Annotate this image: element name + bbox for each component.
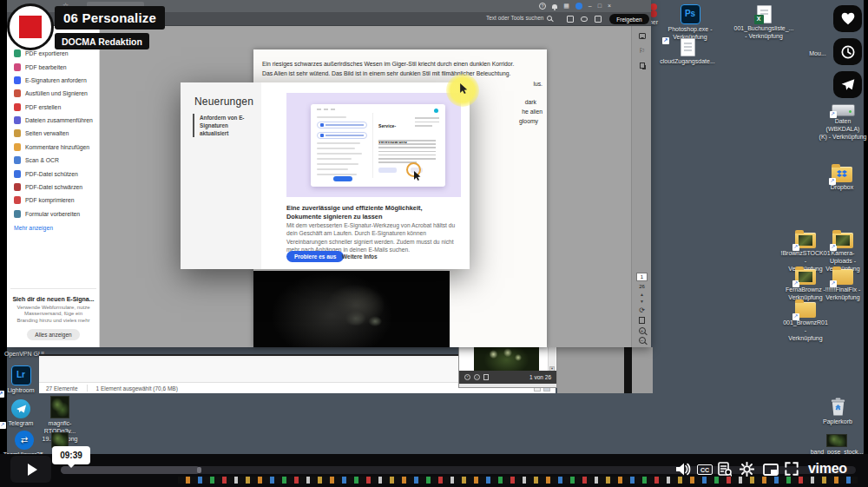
- sidebar-item-create-pdf[interactable]: PDF erstellen: [7, 101, 100, 114]
- desktop-icon-mouse-partial[interactable]: Mou...: [804, 50, 832, 58]
- folder-icon: ↗: [832, 269, 853, 285]
- background-window-edge: [624, 347, 632, 393]
- cloud-upload-icon[interactable]: [581, 16, 588, 22]
- share-button[interactable]: Freigeben: [609, 14, 649, 24]
- zoom-out-icon[interactable]: −: [639, 337, 646, 344]
- heart-icon: [841, 12, 855, 25]
- print-icon[interactable]: [595, 16, 602, 23]
- video-title-plate: 06 Personalize: [55, 6, 165, 30]
- page-thumbnails-icon[interactable]: [640, 63, 645, 69]
- user-avatar[interactable]: [575, 3, 582, 10]
- volume-button[interactable]: [676, 463, 691, 476]
- show-all-button[interactable]: Alles anzeigen: [27, 329, 79, 340]
- desktop-icon-lightroom[interactable]: Lr↗ Lightroom: [0, 365, 42, 395]
- dialog-title: Neuerungen: [194, 95, 253, 108]
- hand-cursor-icon: [460, 83, 468, 94]
- desktop-icon-drive[interactable]: ↗ Daten (WBKDALA) (K) - Verknüpfung: [818, 104, 868, 141]
- folder-icon: ↗: [795, 269, 816, 285]
- share-video-button[interactable]: [833, 71, 862, 98]
- notifications-bell-icon[interactable]: [552, 4, 557, 9]
- explorer-selection-info: 1 Element ausgewählt (70,6 MB): [96, 385, 178, 392]
- playhead[interactable]: [197, 467, 201, 473]
- comments-panel-icon[interactable]: [639, 33, 646, 39]
- rotate-left-icon[interactable]: ↑: [464, 374, 470, 380]
- video-channel-plate: DOCMA Redaktion: [55, 33, 149, 49]
- document-icon: [681, 38, 695, 56]
- shortcut-arrow-icon: ↗: [830, 111, 837, 118]
- next-page-icon[interactable]: ▼: [640, 299, 644, 304]
- dialog-heading: Eine zuverlässige und effiziente Möglich…: [286, 204, 453, 222]
- mock-checkbox-row: [317, 132, 367, 139]
- show-more-link[interactable]: Mehr anzeigen: [14, 225, 53, 231]
- red-app-icon: [650, 10, 657, 17]
- sidebar-item-organize-pages[interactable]: Seiten verwalten: [7, 127, 100, 140]
- minimize-button[interactable]: –: [589, 3, 592, 10]
- fill-sign-icon: [14, 89, 21, 97]
- progress-bar[interactable]: [61, 466, 856, 474]
- desktop-icon-folder-kamera[interactable]: ↗ Kamera-Uploads - Verknüpfung: [821, 233, 865, 273]
- compress-icon: [14, 196, 21, 204]
- rotate-right-icon[interactable]: ↓: [474, 374, 480, 380]
- fullscreen-button[interactable]: [785, 462, 799, 476]
- organize-pages-icon: [14, 129, 21, 137]
- settings-button[interactable]: [740, 462, 754, 477]
- sidebar-item-protect-pdf[interactable]: PDF-Datei schützen: [7, 167, 100, 180]
- sidebar-item-edit-pdf[interactable]: PDF bearbeiten: [7, 60, 100, 73]
- gear-icon: [740, 462, 754, 477]
- current-page-input[interactable]: 1: [636, 273, 648, 281]
- sidebar-item-fill-sign[interactable]: Ausfüllen und Signieren: [7, 87, 100, 100]
- previous-page-icon[interactable]: ▲: [640, 293, 644, 297]
- sidebar-item-add-comments[interactable]: Kommentare hinzufügen: [7, 141, 100, 154]
- desktop-icon-folder-brownzr01[interactable]: ↗ 001_BrownzR01 - Verknüpfung: [784, 302, 827, 342]
- page-icon[interactable]: [483, 374, 489, 380]
- vimeo-logo[interactable]: vimeo: [808, 461, 847, 477]
- desktop-icon-band-pose-image[interactable]: band_pose_stock...: [812, 434, 861, 457]
- transcript-button[interactable]: [718, 462, 732, 477]
- dialog-nav-item-esign[interactable]: Anfordern von E- Signaturen aktualisiert: [193, 114, 253, 137]
- desktop-icon-excel-file[interactable]: X 001_Buchungsliste_... - Verknüpfung: [739, 5, 789, 41]
- sidebar-item-redact-pdf[interactable]: PDF-Datei schwärzen: [7, 181, 100, 194]
- export-pdf-icon: [14, 49, 21, 57]
- more-info-link[interactable]: Weitere Infos: [342, 253, 378, 260]
- sidebar-item-compress-pdf[interactable]: PDF komprimieren: [7, 194, 100, 207]
- sidebar-item-scan-ocr[interactable]: Scan & OCR: [7, 154, 100, 167]
- mock-sidebar: [317, 116, 367, 175]
- promo-title: Sieh dir die neuen E-Signa...: [10, 296, 96, 302]
- watch-later-button[interactable]: [833, 38, 862, 65]
- sidebar-item-request-esign[interactable]: E-Signaturen anfordern: [7, 74, 100, 87]
- desktop-icon-cloud-doc[interactable]: cloudZugangsdate...: [662, 38, 713, 66]
- like-button[interactable]: [833, 5, 862, 32]
- search-input[interactable]: Text oder Tools suchen: [486, 15, 552, 21]
- image-thumbnail-icon: [50, 396, 69, 418]
- rotate-page-icon[interactable]: ⟳: [639, 307, 645, 314]
- captions-button[interactable]: CC: [697, 464, 713, 475]
- folder-icon: ↗: [795, 302, 816, 318]
- try-it-button[interactable]: Probiere es aus: [286, 251, 344, 262]
- right-panel: ⚐ 1 26 ▲ ▼ ⟳ + −: [631, 26, 651, 347]
- mock-checkbox-row: [317, 122, 367, 128]
- desktop-icon-dropbox[interactable]: ↗ Dropbox: [820, 167, 864, 192]
- desktop-icon-folder-finalfix[interactable]: ↗ !!!!!!FinalFix - Verknüpfung: [821, 269, 865, 302]
- feature-illustration: Service- vereinbarung: [286, 93, 461, 197]
- sidebar-item-combine-files[interactable]: Dateien zusammenführen: [7, 114, 100, 127]
- create-pdf-icon: [14, 103, 21, 111]
- pip-button[interactable]: [763, 464, 779, 476]
- scan-ocr-icon: [14, 156, 21, 164]
- apps-grid-icon[interactable]: ▦: [563, 3, 569, 10]
- maximize-button[interactable]: □: [598, 3, 602, 10]
- help-icon[interactable]: ?: [539, 3, 546, 10]
- redact-icon: [14, 183, 21, 191]
- zoom-in-icon[interactable]: +: [639, 327, 646, 334]
- desktop-icon-photoshop[interactable]: Ps↗ Photoshop.exe - Verknüpfung: [665, 4, 715, 42]
- sidebar-item-prepare-form[interactable]: Formular vorbereiten: [7, 207, 100, 220]
- save-icon[interactable]: [567, 16, 574, 23]
- lightroom-icon: Lr↗: [11, 365, 31, 385]
- close-button[interactable]: ×: [608, 3, 611, 10]
- fit-page-icon[interactable]: [639, 317, 645, 324]
- desktop-icon-recycle-bin[interactable]: Papierkorb: [816, 396, 859, 426]
- mock-app-card: Service- vereinbarung: [311, 104, 445, 187]
- play-button[interactable]: [10, 456, 51, 483]
- picture-in-picture-icon: [763, 464, 779, 476]
- mock-document: Service- vereinbarung: [378, 115, 441, 147]
- bookmarks-panel-icon[interactable]: ⚐: [639, 47, 645, 55]
